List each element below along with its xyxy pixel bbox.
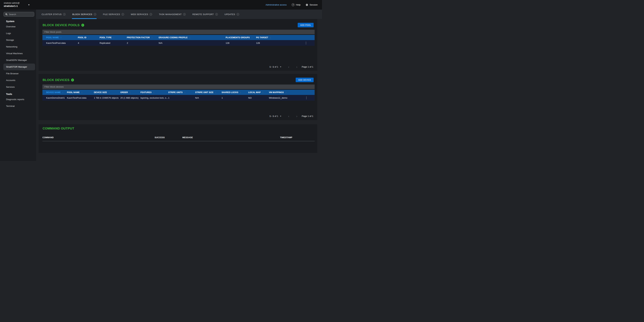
placements-groups-cell: 128 (226, 40, 256, 46)
info-icon[interactable]: i (81, 24, 84, 27)
tab-remote-support[interactable]: REMOTE SUPPORT ? (192, 10, 218, 19)
sidebar-item-virtual-machines[interactable]: Virtual Machines (3, 50, 35, 57)
pool-name-cell: KasmTestPool.data (67, 95, 94, 100)
per-page-caret-icon[interactable]: ▾ (280, 115, 281, 117)
administrative-access-link[interactable]: Administrative access (266, 4, 286, 6)
features-cell: layering, exclusive-lock, o... (140, 95, 168, 100)
session-menu[interactable]: Session (306, 4, 318, 6)
block-devices-table: DEVICE NAME↑ POOL NAME↕ DEVICE SIZE↕ ORD… (42, 90, 314, 100)
command-output-title: COMMAND OUTPUT (42, 126, 317, 130)
column-header-success: SUCCESS (155, 136, 182, 139)
sidebar-item-logs[interactable]: Logs (3, 30, 35, 37)
help-menu[interactable]: ? Help (292, 3, 300, 6)
caret-down-icon: ▾ (28, 4, 30, 6)
column-header-local-map[interactable]: LOCAL MAP↕ (248, 90, 269, 95)
per-page-caret-icon[interactable]: ▾ (280, 66, 281, 68)
sidebar-search[interactable] (4, 12, 34, 16)
tab-web-services[interactable]: WEB SERVICES ? (131, 10, 152, 19)
column-header-pool-name[interactable]: POOL NAME↑ (42, 35, 78, 40)
prev-page-button[interactable]: ‹ (288, 114, 289, 118)
pagination-range: 1 - 1of 1 (270, 66, 278, 68)
tab-cluster-status[interactable]: CLUSTER STATUS ? (42, 10, 66, 19)
info-icon[interactable]: i (71, 78, 74, 82)
column-header-features[interactable]: FEATURES↕ (140, 90, 168, 95)
user-name: stratistor-admin@ (4, 2, 20, 4)
next-page-button[interactable]: › (296, 114, 297, 118)
command-output-panel: COMMAND OUTPUT COMMAND SUCCESS MESSAGE T… (38, 124, 317, 153)
column-header-stripe-unit-size[interactable]: STRIPE UNIT SIZE↕ (195, 90, 221, 95)
kebab-menu-icon[interactable]: ⋮ (298, 95, 314, 100)
sidebar-item-networking[interactable]: Networking (3, 44, 35, 50)
order-cell: 20 (1 MiB objects) (120, 95, 140, 100)
sort-icon: ↕ (130, 91, 131, 94)
column-header-pg-target[interactable]: PG TARGET↕ (256, 35, 298, 40)
sort-icon: ↕ (240, 91, 241, 94)
help-circle-icon: ? (215, 13, 218, 16)
column-header-vm-mappings[interactable]: VM MAPPINGS↕ (269, 90, 298, 95)
page-indicator: Page 1 of 1 (302, 115, 313, 118)
sort-icon: ↕ (262, 91, 264, 94)
pools-header-row: POOL NAME↑ POOL ID↕ POOL TYPE↕ PROTECTIO… (42, 35, 314, 40)
add-pool-button[interactable]: ADD POOL (298, 23, 314, 27)
help-circle-icon: ? (237, 13, 239, 16)
user-host-menu[interactable]: stratistor-admin@ stratistor1-1 ▾ (4, 2, 29, 8)
column-header-placements-groups[interactable]: PLACEMENTS GROUPS↕ (226, 35, 256, 40)
sidebar-item-terminal[interactable]: Terminal (3, 103, 35, 110)
sidebar-item-accounts[interactable]: Accounts (3, 77, 35, 84)
sidebar-item-stratiserv-manager[interactable]: StratiSERV Manager (3, 57, 35, 64)
pool-id-cell: 4 (78, 40, 100, 46)
search-input[interactable] (9, 13, 32, 16)
local-map-cell: NO (248, 95, 269, 100)
column-header-stripe-units[interactable]: STRIPE UNITS↕ (168, 90, 195, 95)
column-header-pool-type[interactable]: POOL TYPE↕ (100, 35, 127, 40)
pools-filter-input[interactable] (44, 31, 312, 33)
search-icon (5, 13, 8, 16)
tab-block-services[interactable]: BLOCK SERVICES ? (72, 10, 96, 19)
add-device-button[interactable]: ADD DEVICE (296, 78, 314, 82)
tab-task-management[interactable]: TASK MANAGEMENT ? (159, 10, 186, 19)
sort-icon: ↕ (252, 36, 252, 39)
column-header-pool-id[interactable]: POOL ID↕ (78, 35, 100, 40)
sidebar-item-services[interactable]: Services (3, 84, 35, 90)
sidebar: System Overview Logs Storage Networking … (0, 10, 36, 161)
vm-mappings-cell: Windows11_demo (269, 95, 298, 100)
column-header-protection-factor[interactable]: PROTECTION FACTOR↕ (127, 35, 159, 40)
tab-updates[interactable]: UPDATES ? (224, 10, 239, 19)
page-indicator: Page 1 of 1 (302, 66, 313, 68)
help-circle-icon: ? (183, 13, 186, 16)
sidebar-item-stratistor-manager[interactable]: StratiSTOR Manager (3, 64, 35, 70)
tab-bar: CLUSTER STATUS ? BLOCK SERVICES ? FILE S… (36, 10, 322, 19)
next-page-button[interactable]: › (296, 65, 297, 68)
column-header-pool-name[interactable]: POOL NAME↕ (67, 90, 94, 95)
column-header-timestamp: TIMESTAMP (280, 136, 314, 139)
kebab-menu-icon[interactable]: ⋮ (298, 40, 314, 46)
sort-ascending-icon: ↑ (62, 91, 64, 94)
devices-filter-input[interactable] (44, 86, 312, 88)
sidebar-item-diagnostic-reports[interactable]: Diagnostic reports (3, 96, 35, 103)
column-header-shared-locks[interactable]: SHARED LOCKS↕ (222, 90, 248, 95)
session-label: Session (310, 4, 318, 6)
devices-pagination: 1 - 1of 1 ▾ ‹ › Page 1 of 1 (270, 114, 313, 118)
sort-icon: ↕ (215, 91, 216, 94)
column-header-message: MESSAGE (182, 136, 280, 139)
sidebar-item-storage[interactable]: Storage (3, 37, 35, 44)
masthead: stratistor-admin@ stratistor1-1 ▾ Admini… (0, 0, 322, 10)
sidebar-item-overview[interactable]: Overview (3, 23, 35, 30)
sort-icon: ↕ (286, 91, 286, 94)
tab-file-services[interactable]: FILE SERVICES ? (103, 10, 124, 19)
devices-filter-bar (42, 84, 314, 89)
device-table-row: KasmDemoDisk01 KasmTestPool.data 1 TiB i… (42, 95, 314, 100)
help-label: Help (296, 4, 300, 6)
column-header-device-name[interactable]: DEVICE NAME↑ (42, 90, 67, 95)
sort-icon: ↕ (189, 36, 190, 39)
sidebar-nav-tools: Diagnostic reports Terminal (0, 96, 36, 110)
protection-factor-cell: 2 (127, 40, 159, 46)
sort-icon: ↕ (88, 36, 89, 39)
prev-page-button[interactable]: ‹ (288, 65, 289, 68)
column-header-erasure-coding-profile[interactable]: ERASURE CODING PROFILE↕ (159, 35, 226, 40)
block-devices-panel: BLOCK DEVICES i ADD DEVICE (38, 74, 317, 120)
sidebar-item-file-browser[interactable]: File Browser (3, 70, 35, 77)
pool-name-cell: KasmTestPool.data (42, 40, 78, 46)
column-header-order[interactable]: ORDER↕ (120, 90, 140, 95)
column-header-device-size[interactable]: DEVICE SIZE↕ (94, 90, 120, 95)
